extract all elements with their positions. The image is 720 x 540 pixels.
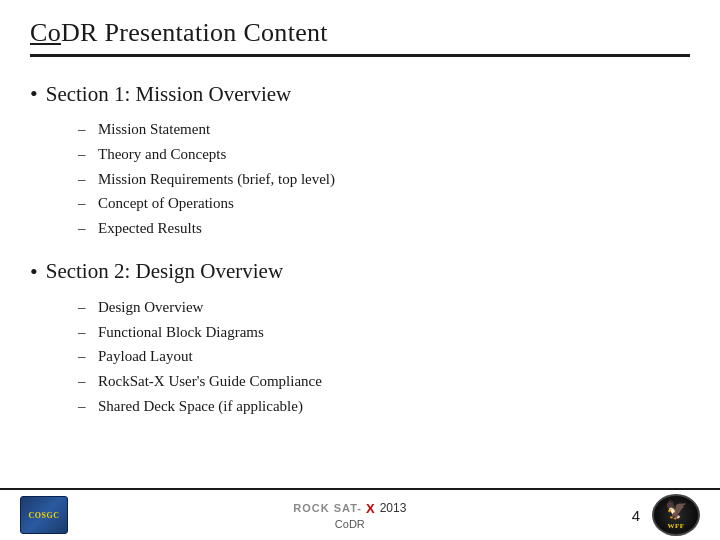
rocksat-logo: ROCK SAT- X xyxy=(293,501,374,516)
eagle-icon: 🦅 xyxy=(665,500,688,522)
section2-bullet: • xyxy=(30,259,38,285)
section1-item-2: Theory and Concepts xyxy=(98,142,226,167)
section2-item-4: RockSat-X User's Guide Compliance xyxy=(98,369,322,394)
list-item: – Design Overview xyxy=(78,295,690,320)
list-item: – Mission Requirements (brief, top level… xyxy=(78,167,690,192)
slide-footer: COSGC ROCK SAT- X 2013 CoDR 4 🦅 WFF xyxy=(0,488,720,540)
section2: • Section 2: Design Overview – Design Ov… xyxy=(30,259,690,419)
slide: CoDR Presentation Content • Section 1: M… xyxy=(0,0,720,540)
slide-header: CoDR Presentation Content xyxy=(0,0,720,65)
rocksat-text: ROCK SAT- xyxy=(293,502,362,514)
wff-label: WFF xyxy=(665,522,688,530)
title-text: DR Presentation Content xyxy=(61,18,328,47)
section1-item-4: Concept of Operations xyxy=(98,191,234,216)
rocksat-x: X xyxy=(366,501,375,516)
slide-content: • Section 1: Mission Overview – Mission … xyxy=(0,65,720,488)
section1-list: – Mission Statement – Theory and Concept… xyxy=(30,117,690,241)
section2-item-3: Payload Layout xyxy=(98,344,193,369)
dash-icon: – xyxy=(78,295,90,320)
list-item: – Shared Deck Space (if applicable) xyxy=(78,394,690,419)
dash-icon: – xyxy=(78,369,90,394)
cosgc-label: COSGC xyxy=(29,511,60,520)
section2-item-5: Shared Deck Space (if applicable) xyxy=(98,394,303,419)
section2-list: – Design Overview – Functional Block Dia… xyxy=(30,295,690,419)
slide-label: CoDR xyxy=(335,518,365,530)
section2-item-1: Design Overview xyxy=(98,295,203,320)
footer-center: ROCK SAT- X 2013 CoDR xyxy=(68,501,632,530)
wff-inner: 🦅 WFF xyxy=(665,500,688,530)
dash-icon: – xyxy=(78,216,90,241)
dash-icon: – xyxy=(78,142,90,167)
title-underlined-part: Co xyxy=(30,18,61,47)
list-item: – Theory and Concepts xyxy=(78,142,690,167)
list-item: – Mission Statement xyxy=(78,117,690,142)
dash-icon: – xyxy=(78,320,90,345)
section1-heading: • Section 1: Mission Overview xyxy=(30,81,690,107)
dash-icon: – xyxy=(78,191,90,216)
section1-item-5: Expected Results xyxy=(98,216,202,241)
title-divider xyxy=(30,54,690,57)
list-item: – Expected Results xyxy=(78,216,690,241)
footer-year-row: ROCK SAT- X 2013 xyxy=(293,501,406,516)
year-text: 2013 xyxy=(380,501,407,515)
dash-icon: – xyxy=(78,344,90,369)
section1-item-3: Mission Requirements (brief, top level) xyxy=(98,167,335,192)
list-item: – RockSat-X User's Guide Compliance xyxy=(78,369,690,394)
section2-title: Section 2: Design Overview xyxy=(46,259,283,284)
section1-title: Section 1: Mission Overview xyxy=(46,82,292,107)
slide-title: CoDR Presentation Content xyxy=(30,18,690,48)
dash-icon: – xyxy=(78,394,90,419)
section2-item-2: Functional Block Diagrams xyxy=(98,320,264,345)
list-item: – Functional Block Diagrams xyxy=(78,320,690,345)
dash-icon: – xyxy=(78,167,90,192)
section1-bullet: • xyxy=(30,81,38,107)
section2-heading: • Section 2: Design Overview xyxy=(30,259,690,285)
list-item: – Concept of Operations xyxy=(78,191,690,216)
wff-logo: 🦅 WFF xyxy=(652,494,700,536)
section1: • Section 1: Mission Overview – Mission … xyxy=(30,81,690,241)
page-number: 4 xyxy=(632,507,640,524)
cosgc-logo: COSGC xyxy=(20,496,68,534)
footer-left: COSGC xyxy=(20,496,68,534)
list-item: – Payload Layout xyxy=(78,344,690,369)
section1-item-1: Mission Statement xyxy=(98,117,210,142)
dash-icon: – xyxy=(78,117,90,142)
